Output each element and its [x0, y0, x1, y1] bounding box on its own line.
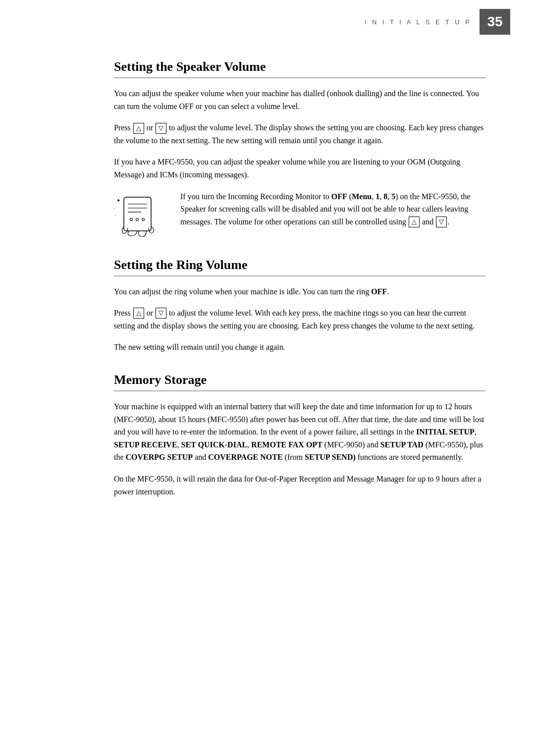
speaker-para3: If you have a MFC-9550, you can adjust t… — [114, 156, 485, 181]
page-number: 35 — [480, 9, 510, 35]
header-bar: I N I T I A L S E T U P 35 — [25, 0, 510, 40]
ring-volume-section: Setting the Ring Volume You can adjust t… — [114, 258, 485, 354]
memory-para2: On the MFC-9550, it will retain the data… — [114, 473, 485, 498]
svg-text:·: · — [114, 206, 115, 211]
content-area: Setting the Speaker Volume You can adjus… — [114, 59, 485, 498]
ring-para3: The new setting will remain until you ch… — [114, 341, 485, 354]
header-label: I N I T I A L S E T U P — [365, 18, 472, 26]
decorative-image: ✦ · · — [114, 192, 168, 239]
speaker-para4-content: If you turn the Incoming Recording Monit… — [180, 190, 485, 237]
speaker-volume-heading: Setting the Speaker Volume — [114, 59, 485, 74]
svg-point-4 — [130, 218, 133, 220]
down-arrow-icon2: ▽ — [436, 216, 447, 227]
svg-text:✦: ✦ — [116, 198, 120, 203]
speaker-para4: If you turn the Incoming Recording Monit… — [180, 190, 485, 228]
svg-text:·: · — [115, 213, 116, 218]
up-arrow-icon2: △ — [409, 216, 420, 227]
ring-volume-heading: Setting the Ring Volume — [114, 258, 485, 272]
memory-storage-heading: Memory Storage — [114, 373, 485, 387]
side-image-section: ✦ · · If you turn the Incoming Recording… — [114, 190, 485, 239]
up-arrow-icon3: △ — [133, 308, 144, 319]
svg-point-6 — [142, 218, 145, 220]
speaker-volume-divider — [114, 77, 485, 78]
memory-storage-section: Memory Storage Your machine is equipped … — [114, 373, 485, 498]
down-arrow-icon: ▽ — [156, 123, 166, 134]
down-arrow-icon3: ▽ — [156, 308, 166, 319]
memory-storage-divider — [114, 390, 485, 391]
up-arrow-icon: △ — [133, 123, 144, 134]
memory-para1: Your machine is equipped with an interna… — [114, 400, 485, 464]
speaker-para2: Press △ or ▽ to adjust the volume level.… — [114, 121, 485, 147]
speaker-volume-section: Setting the Speaker Volume You can adjus… — [114, 59, 485, 239]
phone-sketch-icon: ✦ · · — [114, 192, 168, 237]
page-container: I N I T I A L S E T U P 35 Setting the S… — [0, 0, 535, 756]
ring-volume-divider — [114, 275, 485, 276]
svg-point-5 — [136, 218, 139, 220]
speaker-para1: You can adjust the speaker volume when y… — [114, 87, 485, 112]
svg-rect-0 — [124, 197, 151, 231]
ring-para1: You can adjust the ring volume when your… — [114, 285, 485, 298]
ring-para2: Press △ or ▽ to adjust the volume level.… — [114, 307, 485, 332]
